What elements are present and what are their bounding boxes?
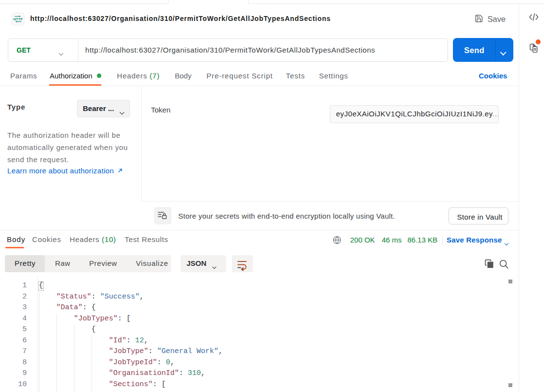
svg-text:HTTP: HTTP <box>13 17 22 21</box>
